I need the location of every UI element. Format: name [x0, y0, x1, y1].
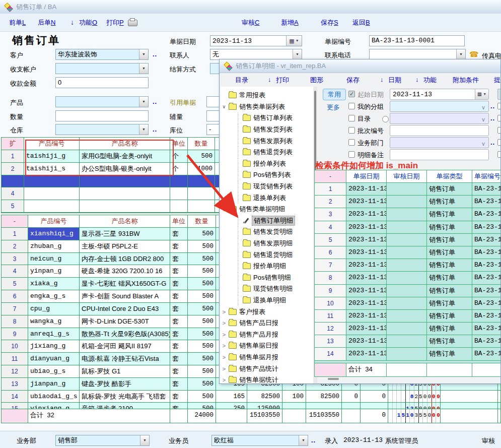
col-header[interactable]: 数量 [188, 138, 215, 150]
doc-type-cell[interactable]: 销售订单 [427, 259, 472, 271]
tree-item[interactable]: >销售单据日报 [221, 340, 313, 352]
product-name-cell[interactable]: 音箱-漫步者 2100 [80, 403, 170, 409]
start-date-checkbox[interactable]: ✓ [348, 91, 355, 97]
tree-item-label[interactable]: 销售单据日报 [239, 341, 278, 350]
next-doc-button[interactable]: 后单N [38, 18, 55, 27]
product-code-cell[interactable]: yinpan_g [28, 265, 80, 277]
unit-cell[interactable]: 套 [170, 353, 188, 365]
doc-type-cell[interactable]: 销售订单 [427, 310, 472, 322]
product-code-cell[interactable]: wangka_g [28, 315, 80, 328]
tree-item-label[interactable]: 销售产品月报 [239, 330, 278, 339]
report-row[interactable]: 72023-11-13销售订单BA-23-11-1 [315, 259, 501, 272]
doc-date-cell[interactable]: 2023-11-13 [346, 310, 387, 322]
table-row[interactable]: 15yinxiang_g音箱-漫步者 2100套5002501250001250… [2, 403, 500, 409]
report-row[interactable]: 32023-11-13销售订单BA-23-11-1 [315, 208, 501, 221]
unit-cell[interactable]: 套 [170, 228, 188, 240]
report-row[interactable]: 122023-11-13销售订单BA-23-11-1 [315, 323, 501, 335]
chevron-down-icon[interactable]: ▼ [139, 97, 148, 107]
main-titlebar[interactable]: 销售订单 / BA [0, 0, 501, 14]
row-number[interactable]: 11 [315, 310, 346, 322]
account-field[interactable]: ▼ [55, 63, 149, 74]
tree-item-label[interactable]: 销售订单列表 [253, 113, 293, 122]
product-name-cell[interactable]: 显示器-三星 931BW [80, 228, 170, 240]
quantity-cell[interactable]: 500 [188, 403, 216, 409]
report-row[interactable]: 62023-11-13销售订单BA-23-11-1 [315, 246, 501, 259]
col-header[interactable]: 产品名称 [80, 215, 170, 227]
product-name-cell[interactable]: 主板-华硕 P5PL2-E [80, 240, 170, 252]
amount-cell[interactable]: 82500 [247, 391, 282, 403]
report-row[interactable]: 112023-11-13销售订单BA-23-11-1 [315, 310, 501, 323]
product-code-cell[interactable]: cpu_g [28, 303, 80, 315]
tree-item-label[interactable]: 销售单据月报 [239, 353, 278, 362]
quantity-cell[interactable]: 500 [188, 365, 216, 377]
prev-doc-button[interactable]: 前单L [9, 18, 26, 27]
audit-date-cell[interactable] [387, 208, 427, 220]
print-button[interactable]: 打印P [106, 18, 124, 27]
tax-cell[interactable]: 0 [342, 391, 361, 403]
chevron-collapsed-icon[interactable]: > [221, 366, 228, 372]
popup-titlebar[interactable]: 销售订单明细 - vr_item_rep.BA [220, 59, 500, 73]
price-cell[interactable]: 250 [216, 403, 247, 409]
doc-no-cell[interactable]: BA-23-11-1 [472, 259, 501, 271]
audit-date-cell[interactable] [387, 259, 427, 271]
my-group-field[interactable]: ∨ [390, 101, 489, 112]
product-name-cell[interactable] [80, 175, 170, 187]
row-number[interactable]: 3 [2, 253, 28, 265]
catalog-checkbox[interactable] [348, 115, 355, 121]
doc-date-cell[interactable]: 2023-11-13 [346, 297, 387, 309]
doc-date-cell[interactable]: 2023-11-13 [346, 335, 387, 347]
row-number[interactable]: 4 [2, 187, 24, 200]
col-header[interactable]: - [2, 215, 28, 227]
tree-item[interactable]: >销售产品统计 [221, 363, 313, 374]
clipped-checkbox[interactable] [497, 103, 501, 109]
row-number[interactable]: 12 [2, 365, 28, 377]
unit-cell[interactable]: 套 [170, 340, 188, 352]
report-row[interactable]: 132023-11-13销售订单BA-23-11-1 [315, 335, 501, 348]
amount2-cell[interactable] [306, 403, 342, 409]
add-new-button[interactable]: 新增A [281, 18, 299, 27]
audit-date-cell[interactable] [387, 221, 427, 233]
col-header[interactable]: 审核日期 [387, 170, 427, 182]
chevron-down-icon[interactable]: ▼ [139, 124, 148, 135]
doc-date-cell[interactable]: 2023-11-13 [346, 221, 387, 233]
row-number[interactable]: 5 [2, 200, 24, 212]
doc-date-cell[interactable]: 2023-11-13 [346, 285, 387, 297]
tree-item[interactable]: Pos销售明细 [221, 272, 313, 284]
print-button[interactable]: 打印 [276, 76, 289, 85]
tree-item-label[interactable]: 销售产品统计 [239, 364, 278, 373]
tree-item[interactable]: >销售产品日报 [221, 317, 313, 329]
row-number[interactable]: 7 [315, 259, 346, 271]
row-number[interactable]: 7 [2, 303, 28, 315]
row-number[interactable]: 6 [315, 246, 346, 259]
calendar-icon[interactable]: ▦▼ [286, 36, 302, 46]
product-code-cell[interactable] [24, 200, 80, 212]
chevron-collapsed-icon[interactable]: > [221, 343, 228, 349]
tax-cell[interactable] [342, 403, 361, 409]
row-number[interactable]: 15 [2, 403, 28, 409]
quantity-cell[interactable]: 500 [188, 278, 216, 290]
audit-date-cell[interactable] [387, 285, 427, 297]
chevron-collapsed-icon[interactable]: > [221, 332, 228, 338]
audit-date-cell[interactable] [387, 272, 427, 284]
row-number[interactable]: 4 [315, 221, 346, 233]
extract-button[interactable]: 提取 [494, 76, 501, 85]
tree-item-label[interactable]: Pos销售明细 [253, 273, 291, 282]
doc-no-cell[interactable]: BA-23-11-1 [472, 196, 501, 208]
quantity-cell[interactable]: 500 [188, 253, 216, 265]
doc-no-cell[interactable]: BA-23-11-1 [472, 183, 501, 195]
row-number[interactable]: 1 [2, 228, 28, 240]
row-number[interactable]: 3 [315, 208, 346, 220]
tree-item[interactable]: 常用报表 [221, 90, 313, 101]
doc-no-field[interactable]: BA-23-11-13-0001 [369, 35, 465, 46]
quantity-cell[interactable]: 500 [188, 290, 216, 302]
my-group-checkbox[interactable] [348, 103, 355, 109]
doc-date-cell[interactable]: 2023-11-13 [346, 208, 387, 220]
report-row[interactable]: 42023-11-13销售订单BA-23-11-1 [315, 221, 501, 234]
tree-item[interactable]: 销售发票明细 [221, 238, 313, 249]
unit-cell[interactable]: 套 [170, 240, 188, 252]
tree-item-label[interactable]: 报价单明细 [253, 262, 286, 271]
doc-type-cell[interactable]: 销售订单 [427, 297, 472, 309]
doc-no-cell[interactable]: BA-23-11-1 [472, 221, 501, 233]
doc-no-cell[interactable]: BA-23-11-1 [472, 310, 501, 322]
discount-cell[interactable]: 100 [282, 391, 306, 403]
